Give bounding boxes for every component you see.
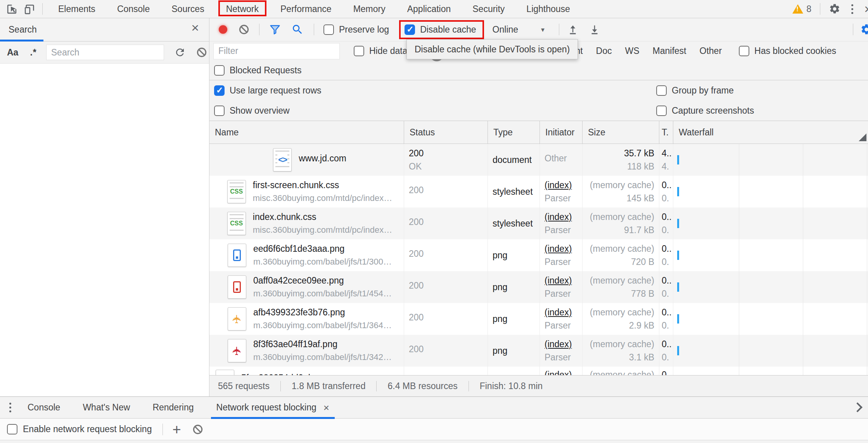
waterfall-bar bbox=[677, 282, 679, 292]
search-input[interactable] bbox=[46, 45, 164, 60]
initiator-link[interactable]: (index) bbox=[545, 244, 582, 254]
enable-blocking-checkbox[interactable] bbox=[7, 424, 17, 434]
request-url: m.360buyimg.com/babel/jfs/t1/454… bbox=[253, 289, 392, 299]
initiator-detail: Parser bbox=[545, 352, 582, 363]
filter-type-other[interactable]: Other bbox=[700, 46, 722, 56]
network-settings-gear-icon[interactable] bbox=[860, 23, 868, 36]
table-row[interactable]: index.chunk.css misc.360buyimg.com/mtd/p… bbox=[209, 208, 868, 239]
initiator-link[interactable]: (index) bbox=[545, 275, 582, 286]
initiator-link[interactable]: (index) bbox=[545, 180, 582, 190]
size-cell: 35.7 kB 118 kB bbox=[583, 144, 659, 176]
table-row[interactable]: afb4399323fe3b76.png m.360buyimg.com/bab… bbox=[209, 303, 868, 335]
tab-lighthouse[interactable]: Lighthouse bbox=[526, 4, 571, 14]
close-tab-icon[interactable]: × bbox=[323, 403, 329, 412]
enable-blocking-label: Enable network request blocking bbox=[23, 424, 152, 434]
regex-toggle[interactable]: .* bbox=[30, 47, 36, 58]
tab-security[interactable]: Security bbox=[472, 4, 505, 14]
table-row[interactable]: 0aff0a42cece09ee.png m.360buyimg.com/bab… bbox=[209, 271, 868, 303]
drawer-tab-console[interactable]: Console bbox=[28, 402, 60, 413]
import-har-icon[interactable] bbox=[567, 24, 579, 35]
preserve-log-checkbox[interactable] bbox=[323, 24, 334, 35]
capture-screenshots-checkbox[interactable] bbox=[656, 106, 667, 116]
initiator-detail: Parser bbox=[545, 225, 582, 235]
initiator-link[interactable]: (index) bbox=[545, 370, 582, 375]
use-large-rows-checkbox[interactable] bbox=[214, 85, 225, 96]
tab-performance[interactable]: Performance bbox=[280, 4, 332, 14]
file-type-icon bbox=[228, 244, 246, 267]
drawer-tab-whats-new[interactable]: What's New bbox=[83, 402, 130, 413]
refresh-icon[interactable] bbox=[174, 47, 186, 58]
close-search-panel-icon[interactable]: × bbox=[191, 22, 199, 33]
settings-gear-icon[interactable] bbox=[829, 3, 840, 15]
table-row[interactable]: eed6f6cbf1de3aaa.png m.360buyimg.com/bab… bbox=[209, 239, 868, 271]
column-header-size[interactable]: Size bbox=[583, 121, 659, 144]
column-header-initiator[interactable]: Initiator bbox=[540, 121, 583, 144]
column-header-status[interactable]: Status bbox=[404, 121, 488, 144]
tab-console[interactable]: Console bbox=[116, 4, 150, 14]
record-button[interactable] bbox=[219, 25, 227, 34]
more-options-icon[interactable] bbox=[849, 3, 856, 15]
export-har-icon[interactable] bbox=[589, 24, 600, 35]
filter-type-manifest[interactable]: Manifest bbox=[653, 46, 686, 56]
filter-type-doc[interactable]: Doc bbox=[596, 46, 612, 56]
blocked-requests-checkbox[interactable] bbox=[214, 65, 225, 76]
chevron-right-icon[interactable] bbox=[852, 402, 862, 412]
device-toolbar-icon[interactable] bbox=[23, 3, 35, 15]
throttling-dropdown[interactable]: Online ▼ bbox=[493, 24, 546, 35]
request-name: first-screen.chunk.css bbox=[253, 180, 392, 190]
column-header-name[interactable]: Name bbox=[209, 121, 404, 144]
close-devtools-icon[interactable]: × bbox=[864, 3, 868, 15]
latency-value: 0. bbox=[662, 225, 673, 235]
tab-network[interactable]: Network bbox=[225, 4, 259, 14]
group-by-frame-checkbox[interactable] bbox=[656, 85, 667, 96]
hide-data-control: Hide data bbox=[354, 46, 407, 56]
initiator-link[interactable]: (index) bbox=[545, 212, 582, 222]
capture-screenshots-label: Capture screenshots bbox=[672, 106, 754, 116]
initiator-link[interactable]: (index) bbox=[545, 339, 582, 350]
add-pattern-icon[interactable]: + bbox=[172, 424, 181, 435]
blocked-requests-row: Blocked Requests bbox=[209, 61, 868, 80]
initiator-link[interactable]: (index) bbox=[545, 307, 582, 318]
waterfall-bar bbox=[677, 346, 679, 355]
tab-elements[interactable]: Elements bbox=[57, 4, 96, 14]
summary-item: Finish: 10.8 min bbox=[469, 381, 543, 391]
resource-size: 3.1 kB bbox=[629, 352, 654, 363]
network-filter-input[interactable] bbox=[213, 43, 340, 59]
column-header-waterfall[interactable]: Waterfall bbox=[673, 121, 868, 144]
tab-sources[interactable]: Sources bbox=[171, 4, 205, 14]
initiator-link[interactable]: Other bbox=[545, 153, 582, 164]
warnings-badge[interactable]: 8 bbox=[792, 4, 811, 14]
initiator-cell: (index) Parser bbox=[540, 239, 583, 271]
show-overview-checkbox[interactable] bbox=[214, 106, 225, 116]
inspect-element-icon[interactable] bbox=[6, 3, 18, 15]
drawer-tab-network-request-blocking[interactable]: Network request blocking × bbox=[216, 397, 329, 419]
clear-icon[interactable] bbox=[196, 47, 207, 58]
disable-cache-checkbox[interactable] bbox=[405, 24, 415, 35]
table-row[interactable]: 5fee386254dd2ebc.png (index) (memory cac bbox=[209, 367, 868, 375]
filter-funnel-icon[interactable] bbox=[269, 23, 281, 36]
tab-memory[interactable]: Memory bbox=[353, 4, 386, 14]
chevron-down-icon: ▼ bbox=[540, 26, 546, 33]
waterfall-bar bbox=[677, 219, 679, 228]
disable-cache-tooltip: Disable cache (while DevTools is open) bbox=[406, 39, 578, 59]
time-cell: 0.. 0. bbox=[659, 271, 673, 303]
column-header-time[interactable]: T. bbox=[659, 121, 673, 144]
time-value: 0. bbox=[662, 370, 673, 375]
filter-type-ws[interactable]: WS bbox=[625, 46, 640, 56]
table-row[interactable]: www.jd.com 200 OK document Other 35.7 kB bbox=[209, 144, 868, 176]
remove-all-patterns-icon[interactable] bbox=[192, 424, 204, 435]
column-header-type[interactable]: Type bbox=[488, 121, 540, 144]
table-row[interactable]: 8f3f63ae04ff19af.png m.360buyimg.com/bab… bbox=[209, 335, 868, 367]
drawer-menu-icon[interactable] bbox=[7, 402, 14, 413]
match-case-toggle[interactable]: Aa bbox=[7, 47, 18, 58]
initiator-cell: (index) bbox=[540, 367, 583, 375]
has-blocked-cookies-checkbox[interactable] bbox=[739, 46, 749, 56]
clear-network-log-icon[interactable] bbox=[238, 24, 250, 35]
tab-application[interactable]: Application bbox=[406, 4, 452, 14]
hide-data-checkbox[interactable] bbox=[354, 46, 364, 56]
type-cell: png bbox=[488, 239, 540, 271]
table-row[interactable]: first-screen.chunk.css misc.360buyimg.co… bbox=[209, 176, 868, 208]
drawer-tab-rendering[interactable]: Rendering bbox=[152, 402, 194, 413]
search-results-area bbox=[0, 64, 209, 400]
search-network-icon[interactable] bbox=[291, 23, 304, 36]
